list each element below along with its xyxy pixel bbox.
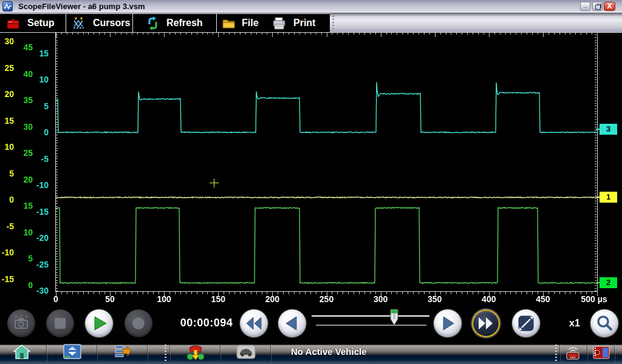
waveform-plot[interactable] bbox=[0, 32, 622, 306]
step-back-button[interactable] bbox=[278, 309, 306, 337]
tile-separator bbox=[614, 344, 615, 362]
x-axis-label: 350 bbox=[428, 294, 442, 304]
home-icon[interactable] bbox=[13, 344, 30, 362]
tile-separator bbox=[559, 344, 561, 362]
folder-icon bbox=[222, 16, 236, 30]
x-axis-label: 100 bbox=[157, 294, 171, 304]
speed-label: x1 bbox=[562, 318, 587, 329]
tile-separator bbox=[220, 344, 221, 362]
tile-separator bbox=[46, 344, 47, 362]
tile-separator bbox=[270, 344, 272, 362]
print-button[interactable]: Print bbox=[266, 14, 330, 32]
toolbar-buttons: Setup Cursors bbox=[0, 13, 330, 32]
y-axis-label-ch3: -20 bbox=[0, 233, 49, 243]
cursors-icon bbox=[72, 16, 86, 30]
file-label: File bbox=[242, 18, 259, 29]
status-text: No Active Vehicle bbox=[291, 346, 367, 357]
vehicle-connect-icon[interactable] bbox=[186, 344, 205, 363]
zoom-button[interactable] bbox=[590, 309, 618, 337]
scope-display: 302520151050-5-10-15 454035302520151050 … bbox=[0, 32, 622, 306]
capture-button[interactable] bbox=[7, 309, 35, 337]
y-axis-label-ch3: -10 bbox=[0, 180, 49, 190]
close-button[interactable]: X bbox=[604, 2, 615, 11]
task-bar: No Active Vehicle bbox=[0, 343, 622, 364]
y-axis-label-ch3: -25 bbox=[0, 260, 49, 269]
refresh-icon bbox=[146, 16, 160, 30]
channel-2-marker[interactable]: 2 bbox=[600, 277, 617, 288]
play-button[interactable] bbox=[85, 309, 113, 337]
window-title: ScopeFileViewer - a6 pump 3.vsm bbox=[18, 2, 145, 11]
x-axis-label: 400 bbox=[482, 294, 496, 304]
cursors-button[interactable]: Cursors bbox=[66, 14, 132, 32]
channel-3-marker[interactable]: 3 bbox=[600, 124, 617, 135]
minimize-button[interactable]: _ bbox=[580, 2, 590, 11]
fast-forward-button[interactable] bbox=[472, 309, 500, 337]
app-icon bbox=[2, 1, 13, 12]
refresh-button[interactable]: Refresh bbox=[132, 14, 216, 32]
x-axis-label: 50 bbox=[105, 294, 115, 304]
x-axis-label: 500 µs bbox=[581, 294, 607, 304]
position-slider-track-lower bbox=[316, 325, 426, 326]
taskbar-divider-dots bbox=[165, 345, 166, 362]
channel-1-marker[interactable]: 1 bbox=[600, 192, 617, 203]
toolbox-icon bbox=[6, 16, 20, 30]
vehicle-gray-icon[interactable] bbox=[236, 344, 256, 363]
stop-button[interactable] bbox=[46, 309, 74, 337]
scope-file-viewer-window: ScopeFileViewer - a6 pump 3.vsm _ X Setu… bbox=[0, 0, 622, 364]
y-axis-label-ch3: 5 bbox=[0, 101, 49, 111]
wireless-scanner-icon[interactable] bbox=[564, 344, 582, 363]
x-axis-label: 150 bbox=[211, 294, 225, 304]
x-axis-label: 0 bbox=[53, 294, 58, 304]
cursors-label: Cursors bbox=[93, 18, 130, 29]
file-button[interactable]: File bbox=[216, 14, 266, 32]
y-axis-label-ch3: -15 bbox=[0, 207, 49, 217]
position-slider-track[interactable] bbox=[312, 315, 429, 317]
rewind-button[interactable] bbox=[240, 309, 268, 337]
step-forward-button[interactable] bbox=[434, 309, 462, 337]
playback-controls: 00:00:094 bbox=[0, 306, 622, 343]
x-axis-label: 300 bbox=[374, 294, 388, 304]
y-axis-label-ch3: 15 bbox=[0, 49, 49, 58]
toolbar-handle-area bbox=[330, 13, 622, 32]
setup-button[interactable]: Setup bbox=[0, 14, 66, 32]
printer-icon bbox=[272, 16, 286, 30]
module-icon[interactable] bbox=[592, 344, 610, 363]
print-label: Print bbox=[293, 18, 315, 29]
setup-label: Setup bbox=[27, 18, 54, 29]
tile-separator bbox=[97, 344, 98, 362]
toolbar-grip[interactable] bbox=[332, 16, 334, 30]
position-slider-thumb[interactable] bbox=[390, 309, 398, 328]
y-axis-label-ch3: -30 bbox=[0, 286, 49, 295]
x-axis-label: 450 bbox=[536, 294, 550, 304]
data-list-icon[interactable] bbox=[114, 344, 131, 362]
time-display: 00:00:094 bbox=[173, 317, 240, 329]
expand-button[interactable] bbox=[512, 309, 540, 337]
screen-switch-icon[interactable] bbox=[63, 344, 81, 363]
tile-separator bbox=[169, 344, 171, 362]
tile-separator bbox=[147, 344, 148, 362]
title-bar: ScopeFileViewer - a6 pump 3.vsm _ X bbox=[0, 0, 622, 13]
y-axis-label-ch3: 0 bbox=[0, 127, 49, 137]
record-button[interactable] bbox=[125, 309, 152, 337]
x-axis-label: 250 bbox=[320, 294, 333, 304]
y-axis-label-ch3: 10 bbox=[0, 75, 49, 84]
x-axis-label: 200 bbox=[265, 294, 279, 304]
taskbar-divider-dots bbox=[555, 345, 557, 362]
y-axis-label-ch3: -5 bbox=[0, 154, 49, 164]
tile-separator bbox=[587, 344, 588, 362]
toolbar: Setup Cursors bbox=[0, 13, 622, 32]
restore-button[interactable] bbox=[592, 2, 603, 11]
refresh-label: Refresh bbox=[166, 18, 203, 29]
